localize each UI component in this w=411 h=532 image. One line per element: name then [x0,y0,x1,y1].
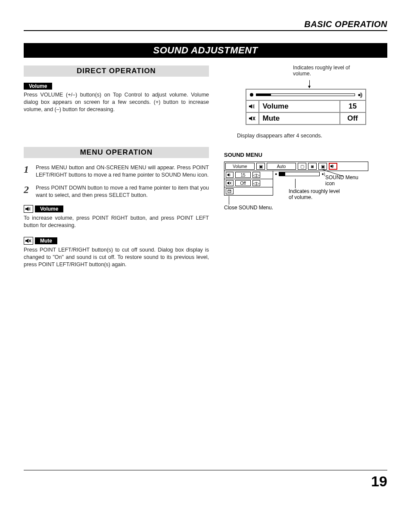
speaker-icon [24,205,33,213]
callout-volume-bar: Indicates roughly level of volume. [289,188,340,201]
osd-volume-icon [246,101,259,112]
step-1-text: Press MENU button and ON-SCREEN MENU wil… [36,164,209,179]
step-2: 2 Press POINT DOWN button to move a red … [24,184,209,199]
mute-icon-tag: Mute [24,237,209,245]
menu-operation-heading: MENU OPERATION [24,147,209,158]
direct-operation-heading: DIRECT OPERATION [24,65,209,77]
callout-close: Close SOUND Menu. [224,205,273,211]
bar-dot-icon [250,93,253,96]
callout-line-close [229,196,229,205]
volume-bar [256,93,355,96]
mute-icon [24,237,33,245]
arrow-down-icon [309,80,310,88]
step-1: 1 Press MENU button and ON-SCREEN MENU w… [24,164,209,179]
mini-volume-bar [279,172,320,176]
svg-marker-9 [249,116,252,121]
step-number-1: 1 [24,164,31,174]
svg-rect-15 [230,174,230,176]
callout-line-bar [295,179,296,188]
sound-menu-icon [329,163,337,170]
osd-mute-value: Off [339,113,365,124]
header-rule [24,30,387,31]
footer-rule [24,470,387,470]
topbar-icon-3: ▣ [318,163,327,170]
volume-icon-tag: Volume [24,205,209,213]
topbar-sep-icon: ▣ [256,163,265,170]
callout-sound-menu-icon: SOUND Menu icon [325,174,368,187]
osd-mute-icon [246,113,259,124]
svg-marker-16 [227,181,229,185]
svg-rect-2 [30,207,30,211]
osd-annotation-top: Indicates roughly level of volume. [293,65,362,77]
step-number-2: 2 [24,184,31,195]
mini-speaker-icon: ●) [321,172,325,176]
speaker-waves-icon: ●)) [358,92,361,98]
menu-mute-tag: Mute [35,237,57,244]
row-mute-icon [226,180,234,186]
mini-dot-icon: ● [275,172,277,176]
menu-mute-text: Press POINT LEFT/RIGHT button(s) to cut … [24,246,209,268]
svg-marker-6 [249,104,252,109]
page-number: 19 [24,473,387,490]
volume-tag: Volume [24,83,52,90]
row-close-icon [226,188,234,194]
osd-volume-label: Volume [259,101,339,112]
menu-volume-tag: Volume [35,205,63,212]
svg-rect-1 [29,208,29,210]
section-header: BASIC OPERATION [24,19,387,30]
direct-volume-text: Press VOLUME (+/–) button(s) on Top Cont… [24,91,209,113]
row-volume-arrows-icon: ◁▷ [252,172,260,178]
row-volume-icon [226,172,234,178]
svg-rect-13 [333,165,333,168]
svg-marker-12 [330,165,333,168]
topbar-auto-label: Auto [267,163,296,170]
svg-marker-3 [25,239,28,243]
svg-rect-8 [254,104,254,109]
topbar-volume-label: Volume [225,163,255,170]
volume-osd: ●)) Volume 15 Mute Off [246,89,366,125]
svg-marker-0 [25,207,28,211]
sound-menu-screenshot: Volume ▣ Auto ▢ ◙ ▣ 15 ◁▷ [224,162,368,196]
right-column: Indicates roughly level of volume. ●)) V… [224,65,387,276]
row-mute-arrows-icon: ◁▷ [252,180,260,186]
topbar-icon-2: ◙ [308,163,317,170]
step-2-text: Press POINT DOWN button to move a red fr… [36,184,209,199]
row-volume-value: 15 [235,172,251,178]
sound-menu-heading: SOUND MENU [224,152,387,158]
page-title: SOUND ADJUSTMENT [24,43,387,58]
svg-rect-7 [253,105,253,108]
osd-note: Display disappears after 4 seconds. [237,133,387,139]
topbar-icon-1: ▢ [298,163,306,170]
row-mute-value: Off [235,180,251,186]
osd-mute-label: Mute [259,113,339,124]
osd-volume-value: 15 [339,101,365,112]
left-column: DIRECT OPERATION Volume Press VOLUME (+/… [24,65,209,276]
svg-marker-14 [227,173,229,177]
menu-volume-text: To increase volume, press POINT RIGHT bu… [24,215,209,229]
